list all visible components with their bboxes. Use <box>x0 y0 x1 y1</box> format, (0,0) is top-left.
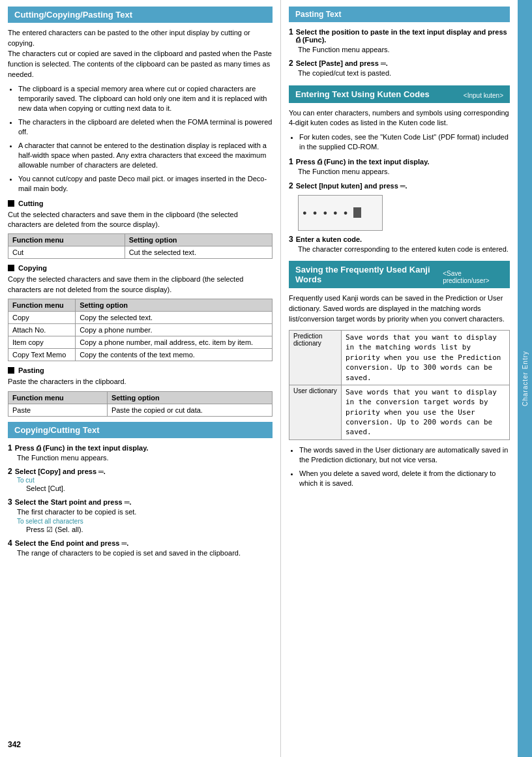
copying-icon <box>8 265 14 271</box>
table-row: User dictionary Save words that you want… <box>289 385 510 439</box>
cutting-table: Function menu Setting option Cut Cut the… <box>8 233 273 259</box>
bullet-1: The clipboard is a special memory area w… <box>18 84 273 114</box>
copy-th-2: Setting option <box>76 299 273 312</box>
character-entry-sidebar: Character Entry <box>518 0 532 757</box>
pasting-step-1: 1 Select the position to paste in the te… <box>289 27 510 55</box>
kuten-bullet: For kuten codes, see the "Kuten Code Lis… <box>299 132 510 153</box>
cutting-td-func: Cut <box>8 246 125 259</box>
step-3-note-text: Press ☑ (Sel. all). <box>26 525 273 535</box>
table-row: Paste Paste the copied or cut data. <box>8 404 273 416</box>
kuten-step-2: 2 Select [Input kuten] and press ═. ● ● … <box>289 181 510 231</box>
pasting-text-header: Pasting Text <box>289 7 510 22</box>
step-3-note-label: To select all characters <box>17 518 273 525</box>
cutting-td-opt: Cut the selected text. <box>125 246 272 259</box>
cutting-th-1: Function menu <box>8 234 125 246</box>
table-row: Attach No. Copy a phone number. <box>8 324 273 336</box>
kuten-step-1: 1 Press ⎙ (Func) in the text input displ… <box>289 157 510 177</box>
kanji-header-text: Saving the Frequently Used Kanji Words <box>295 265 443 284</box>
copying-table: Function menu Setting option Copy Copy t… <box>8 299 273 361</box>
kanji-bullet-2: When you delete a saved word, delete it … <box>299 469 510 489</box>
bullet-4: You cannot cut/copy and paste Deco mail … <box>18 174 273 194</box>
step-1: 1 Press ⎙ (Func) in the text input displ… <box>8 443 273 463</box>
step-3-num: 3 <box>8 497 12 507</box>
kanji-header-block: Saving the Frequently Used Kanji Words <… <box>289 261 510 288</box>
sidebar-label: Character Entry <box>522 351 529 406</box>
table-row: Item copy Copy a phone number, mail addr… <box>8 336 273 349</box>
pasting-icon <box>8 367 14 374</box>
pasting-step-1-num: 1 <box>289 27 293 37</box>
kuten-step-3: 3 Enter a kuten code. The character corr… <box>289 235 510 254</box>
step-4-sub: The range of characters to be copied is … <box>17 548 273 558</box>
step-2-num: 2 <box>8 467 12 476</box>
left-bullets: The clipboard is a special memory area w… <box>18 84 273 194</box>
pasting-step-2-title: Select [Paste] and press ═. <box>296 59 388 67</box>
pasting-title: Pasting <box>8 366 273 374</box>
step-4: 4 Select the End point and press ═. The … <box>8 539 273 558</box>
step-2-note-label: To cut <box>17 477 273 484</box>
left-intro: The entered characters can be pasted to … <box>8 28 273 80</box>
step-1-sub: The Function menu appears. <box>17 453 273 463</box>
step-2-note-text: Select [Cut]. <box>26 484 273 494</box>
kuten-display-box: ● ● ● ● ● <box>298 195 383 231</box>
cutting-title: Cutting <box>8 200 273 207</box>
kanji-sub-label: <Save prediction/user> <box>443 270 503 284</box>
kuten-dots: ● ● ● ● ● <box>303 209 349 216</box>
pasting-step-2-num: 2 <box>289 59 293 68</box>
kanji-bullet-1: The words saved in the User dictionary a… <box>299 445 510 466</box>
pasting-desc: Paste the characters in the clipboard. <box>8 377 273 387</box>
step-3-title: Select the Start point and press ═. <box>15 498 132 506</box>
copying-desc: Copy the selected characters and save th… <box>8 275 273 295</box>
table-row: Prediction dictionary Save words that yo… <box>289 330 510 385</box>
step-2: 2 Select [Copy] and press ═. To cut Sele… <box>8 467 273 494</box>
step-4-num: 4 <box>8 539 12 548</box>
bullet-3: A character that cannot be entered to th… <box>18 141 273 171</box>
pasting-step-1-title: Select the position to paste in the text… <box>296 28 510 44</box>
kuten-sub-label: <Input kuten> <box>464 92 503 99</box>
step-3-sub: The first character to be copied is set. <box>17 507 273 517</box>
pasting-table: Function menu Setting option Paste Paste… <box>8 391 273 417</box>
cutting-th-2: Setting option <box>125 234 272 246</box>
dict-table: Prediction dictionary Save words that yo… <box>289 330 510 440</box>
cutting-desc: Cut the selected characters and save the… <box>8 210 273 230</box>
step-1-title: Press ⎙ (Func) in the text input display… <box>15 444 149 452</box>
kuten-intro: You can enter characters, numbers and sy… <box>289 108 510 128</box>
table-row: Copy Copy the selected text. <box>8 312 273 324</box>
step-3: 3 Select the Start point and press ═. Th… <box>8 497 273 535</box>
copy-th-1: Function menu <box>8 299 76 312</box>
step-2-title: Select [Copy] and press ═. <box>15 468 106 475</box>
kuten-header-text: Entering Text Using Kuten Codes <box>295 89 430 99</box>
step-1-num: 1 <box>8 443 12 453</box>
bullet-2: The characters in the clipboard are dele… <box>18 117 273 138</box>
copying-title: Copying <box>8 264 273 272</box>
cutting-icon <box>8 200 14 207</box>
table-row: Cut Cut the selected text. <box>8 246 273 259</box>
copying-cutting-header: Copying/Cutting Text <box>8 422 273 438</box>
step-4-title: Select the End point and press ═. <box>15 539 129 547</box>
pasting-step-1-sub: The Function menu appears. <box>298 45 510 55</box>
kuten-cursor <box>353 207 361 218</box>
pasting-step-2-sub: The copied/cut text is pasted. <box>298 68 510 78</box>
kuten-header-block: Entering Text Using Kuten Codes <Input k… <box>289 85 510 103</box>
kanji-intro: Frequently used Kanji words can be saved… <box>289 293 510 325</box>
table-row: Copy Text Memo Copy the contents of the … <box>8 349 273 361</box>
pasting-step-2: 2 Select [Paste] and press ═. The copied… <box>289 59 510 78</box>
page-number: 342 <box>8 740 21 749</box>
left-header: Cutting/Copying/Pasting Text <box>8 7 273 23</box>
